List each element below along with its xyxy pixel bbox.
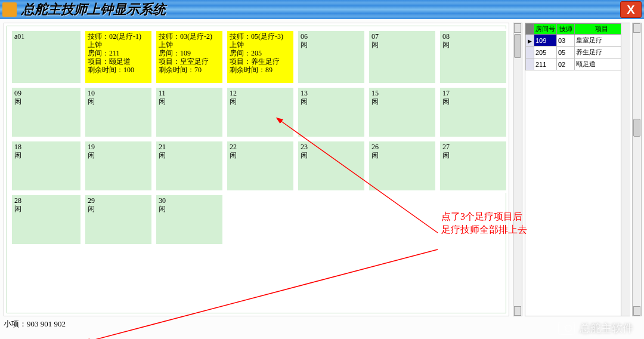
technician-cell[interactable]: 29闲: [83, 193, 154, 246]
technician-cell[interactable]: 28闲: [10, 193, 83, 246]
content-area: a01技师：02(足疗-1) 上钟房间：211项目：颐足道剩余时间：100技师：…: [0, 19, 644, 339]
annotation-text: 点了3个足疗项目后 足疗技师全部排上去: [441, 210, 527, 236]
scroll-down-icon[interactable]: [514, 306, 521, 316]
titlebar: 总舵主技师上钟显示系统 X: [0, 0, 644, 19]
row-selector[interactable]: [526, 35, 534, 47]
app-window: 总舵主技师上钟显示系统 X a01技师：02(足疗-1) 上钟房间：211项目：…: [0, 0, 644, 339]
technician-cell[interactable]: 09闲: [10, 85, 83, 139]
footer-text: 小项：903 901 902: [4, 319, 66, 329]
table-row[interactable]: 20505养生足疗: [526, 47, 629, 58]
main-grid-panel: a01技师：02(足疗-1) 上钟房间：211项目：颐足道剩余时间：100技师：…: [4, 23, 509, 316]
technician-cell-active[interactable]: 技师：03(足疗-2) 上钟房间：109项目：皇室足疗剩余时间：70: [154, 29, 225, 85]
table-header[interactable]: 技师: [557, 24, 575, 35]
scroll-thumb[interactable]: [514, 34, 521, 58]
watermark: 总舵主软件: [558, 321, 633, 335]
table-header[interactable]: 房间号: [534, 24, 557, 35]
window-title: 总舵主技师上钟显示系统: [21, 1, 166, 19]
technician-cell[interactable]: a01: [10, 29, 83, 85]
technician-cell[interactable]: 27闲: [438, 139, 509, 193]
app-icon: [2, 2, 17, 17]
scroll-thumb[interactable]: [633, 119, 640, 137]
technician-cell[interactable]: 30闲: [154, 193, 225, 246]
scroll-up-icon[interactable]: [514, 23, 521, 33]
technician-cell[interactable]: 10闲: [83, 85, 154, 139]
technician-cell[interactable]: 26闲: [367, 139, 438, 193]
technician-cell[interactable]: 22闲: [225, 139, 296, 193]
technician-grid: a01技师：02(足疗-1) 上钟房间：211项目：颐足道剩余时间：100技师：…: [10, 29, 503, 278]
main-scrollbar[interactable]: [513, 23, 522, 316]
technician-cell[interactable]: 15闲: [367, 85, 438, 139]
technician-cell-active[interactable]: 技师：05(足疗-3) 上钟房间：205项目：养生足疗剩余时间：89: [225, 29, 296, 85]
assignment-table[interactable]: 房间号技师项目 10903皇室足疗20505养生足疗21102颐足道: [525, 23, 629, 70]
technician-cell[interactable]: 18闲: [10, 139, 83, 193]
technician-cell[interactable]: 23闲: [296, 139, 367, 193]
row-selector[interactable]: [526, 47, 534, 58]
technician-cell[interactable]: 21闲: [154, 139, 225, 193]
technician-cell[interactable]: 06闲: [296, 29, 367, 85]
table-row[interactable]: 21102颐足道: [526, 58, 629, 70]
grid-frame: a01技师：02(足疗-1) 上钟房间：211项目：颐足道剩余时间：100技师：…: [7, 26, 506, 313]
close-button[interactable]: X: [620, 1, 642, 18]
technician-cell[interactable]: 17闲: [438, 85, 509, 139]
side-table-panel: 房间号技师项目 10903皇室足疗20505养生足疗21102颐足道: [525, 23, 630, 316]
technician-cell[interactable]: 08闲: [438, 29, 509, 85]
technician-cell[interactable]: 07闲: [367, 29, 438, 85]
technician-cell[interactable]: 19闲: [83, 139, 154, 193]
scroll-down-icon[interactable]: [633, 306, 640, 316]
technician-cell[interactable]: 12闲: [225, 85, 296, 139]
scroll-up-icon[interactable]: [633, 23, 640, 33]
side-inner-scrollbar[interactable]: [621, 23, 630, 316]
technician-cell[interactable]: 13闲: [296, 85, 367, 139]
row-selector[interactable]: [526, 58, 534, 70]
wechat-icon: [558, 322, 575, 335]
technician-cell[interactable]: 11闲: [154, 85, 225, 139]
technician-cell-active[interactable]: 技师：02(足疗-1) 上钟房间：211项目：颐足道剩余时间：100: [83, 29, 154, 85]
table-row[interactable]: 10903皇室足疗: [526, 35, 629, 47]
right-scrollbar[interactable]: [632, 23, 642, 316]
